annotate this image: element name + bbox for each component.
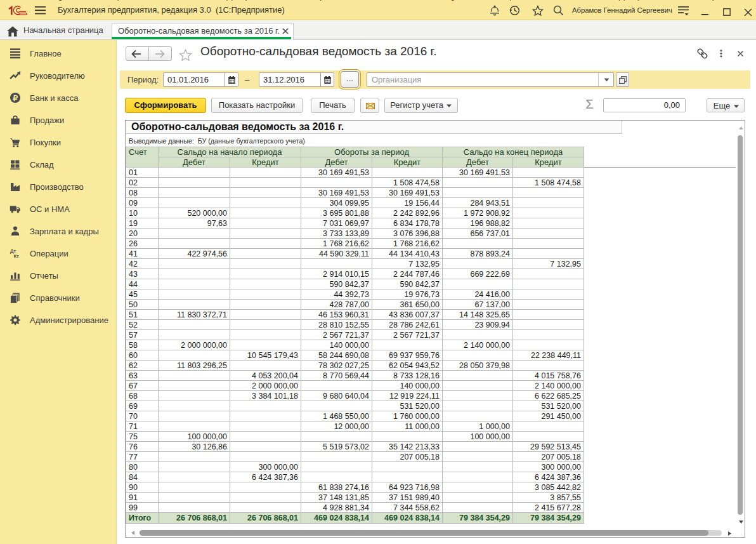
svg-text:Кт: Кт — [13, 253, 19, 259]
svg-text:₽: ₽ — [13, 94, 18, 103]
